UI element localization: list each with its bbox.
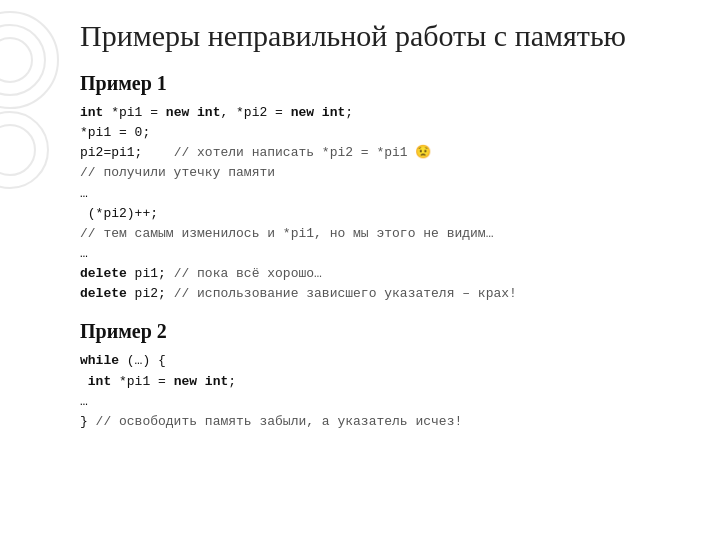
- svg-point-4: [0, 125, 35, 175]
- svg-point-2: [0, 38, 32, 82]
- svg-point-1: [0, 25, 45, 95]
- decorative-circles: [0, 0, 80, 200]
- code-block-2: while (…) { int *pi1 = new int; … } // о…: [80, 351, 710, 432]
- code-block-1: int *pi1 = new int, *pi2 = new int; *pi1…: [80, 103, 710, 304]
- slide-title: Примеры неправильной работы с памятью: [80, 18, 710, 54]
- example1-header: Пример 1: [80, 72, 710, 95]
- svg-point-0: [0, 12, 58, 108]
- svg-point-3: [0, 112, 48, 188]
- example2-header: Пример 2: [80, 320, 710, 343]
